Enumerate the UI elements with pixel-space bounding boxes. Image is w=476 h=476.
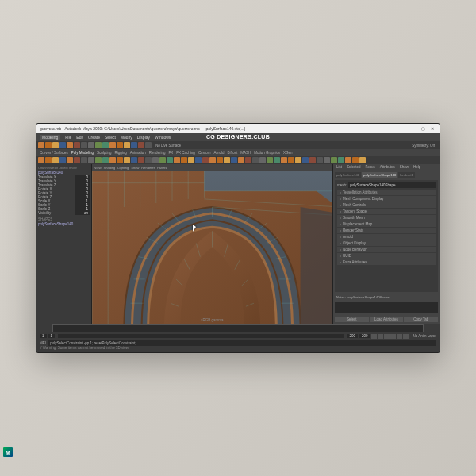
attr-notes-field[interactable] (335, 302, 438, 313)
range-end-field[interactable]: 200 (359, 334, 370, 338)
shelf-icon-20[interactable] (181, 157, 187, 163)
shelf-icon-6[interactable] (81, 157, 87, 163)
attr-select-button[interactable]: Select (335, 317, 369, 322)
shelf-icon-30[interactable] (252, 157, 259, 163)
statusline-icon-14[interactable] (138, 142, 144, 148)
statusline-icon-13[interactable] (131, 142, 137, 148)
shelf-icon-23[interactable] (202, 157, 209, 163)
start-field[interactable]: 1 (48, 334, 56, 338)
attr-section-displacement-map[interactable]: Displacement Map (337, 221, 436, 227)
maximize-button[interactable]: ▢ (419, 126, 427, 131)
shelf-icon-37[interactable] (302, 157, 309, 163)
close-button[interactable]: ✕ (428, 126, 436, 131)
shelf-icon-28[interactable] (238, 157, 244, 163)
shelf-icon-39[interactable] (317, 157, 323, 163)
shelf-icon-38[interactable] (309, 157, 316, 163)
shelf-icon-13[interactable] (131, 157, 137, 163)
shelf-icon-7[interactable] (88, 157, 94, 163)
shelf-icon-24[interactable] (209, 157, 216, 163)
end-field[interactable]: 200 (347, 334, 358, 338)
viewport-menu-view[interactable]: View (94, 166, 102, 170)
shelf-tab-mash[interactable]: MASH (240, 151, 251, 155)
statusline-icon-4[interactable] (67, 142, 73, 148)
shelf-icon-14[interactable] (138, 157, 144, 163)
channel-attr-row[interactable]: Visibilityon (38, 211, 90, 215)
attr-node-tab[interactable]: polySurfaceShape140 (362, 172, 397, 178)
no-live-surface-label[interactable]: No Live Surface (155, 144, 181, 148)
viewport-menu-shading[interactable]: Shading (104, 166, 116, 170)
shelf-icon-44[interactable] (352, 157, 359, 163)
shelf-icon-12[interactable] (124, 157, 130, 163)
symmetry-dropdown[interactable]: Symmetry: Off (412, 144, 435, 148)
attr-section-smooth-mesh[interactable]: Smooth Mesh (337, 215, 436, 221)
statusline-icon-6[interactable] (81, 142, 87, 148)
channel-attr-value[interactable]: on (75, 211, 90, 215)
shelf-tab-poly-modeling[interactable]: Poly Modeling (71, 151, 94, 155)
fast-fwd-button[interactable] (403, 334, 409, 339)
shelf-icon-3[interactable] (60, 157, 66, 163)
menu-select[interactable]: Select (105, 135, 116, 140)
shelf-icon-17[interactable] (159, 157, 166, 163)
menu-edit[interactable]: Edit (76, 135, 83, 140)
menu-create[interactable]: Create (88, 135, 100, 140)
statusline-icon-10[interactable] (109, 142, 116, 148)
shelf-icon-29[interactable] (245, 157, 251, 163)
shelf-icon-25[interactable] (217, 157, 223, 163)
viewport-menu-panels[interactable]: Panels (157, 166, 167, 170)
shelf-icon-31[interactable] (259, 157, 266, 163)
attr-section-mesh-controls[interactable]: Mesh Controls (337, 202, 436, 208)
attr-node-tab[interactable]: polySurface140 (335, 172, 361, 178)
range-slider[interactable] (58, 334, 344, 338)
attr-section-mesh-component-display[interactable]: Mesh Component Display (337, 196, 436, 202)
attr-menu-list[interactable]: List (335, 165, 344, 171)
channelbox-node[interactable]: polySurface140 (38, 171, 90, 175)
attr-section-tangent-space[interactable]: Tangent Space (337, 209, 436, 214)
viewport-canvas[interactable]: sRGB gamma (92, 171, 332, 324)
shelf-icon-35[interactable] (288, 157, 294, 163)
shelf-tab-sculpting[interactable]: Sculpting (97, 151, 112, 155)
titlebar[interactable]: guerrero.mb - Autodesk Maya 2020: C:\Use… (36, 124, 440, 133)
shelf-icon-18[interactable] (167, 157, 173, 163)
anim-layer-dropdown[interactable]: No Anim Layer (413, 334, 436, 338)
shelf-tab-motion-graphics[interactable]: Motion Graphics (254, 151, 280, 155)
viewport-menu-renderer[interactable]: Renderer (141, 166, 155, 170)
shelf-icon-21[interactable] (188, 157, 194, 163)
shelf-icon-5[interactable] (74, 157, 80, 163)
statusline-icon-1[interactable] (45, 142, 52, 148)
shelf-icon-32[interactable] (267, 157, 273, 163)
shelf-tab-xgen[interactable]: XGen (283, 151, 293, 155)
shelf-icon-33[interactable] (274, 157, 280, 163)
shelf-icon-9[interactable] (102, 157, 109, 163)
statusline-icon-2[interactable] (52, 142, 59, 148)
attr-node-tab[interactable]: lambert1 (398, 172, 414, 178)
shelf-icon-26[interactable] (224, 157, 230, 163)
attr-section-node-behavior[interactable]: Node Behavior (337, 247, 436, 252)
shelf-icon-2[interactable] (52, 157, 59, 163)
statusline-icon-15[interactable] (145, 142, 152, 148)
shelf-icon-10[interactable] (109, 157, 116, 163)
attr-menu-help[interactable]: Help (412, 165, 422, 171)
shelf-icon-42[interactable] (338, 157, 344, 163)
statusline-icon-5[interactable] (74, 142, 80, 148)
shelf-icon-4[interactable] (67, 157, 73, 163)
menu-windows[interactable]: Windows (155, 135, 171, 140)
workspace-dropdown[interactable]: Modeling (40, 135, 60, 140)
shelf-icon-15[interactable] (145, 157, 152, 163)
shelf-icon-27[interactable] (231, 157, 237, 163)
viewport-menu-show[interactable]: Show (131, 166, 139, 170)
viewport[interactable]: ViewShadingLightingShowRendererPanels (92, 164, 332, 324)
attr-section-object-display[interactable]: Object Display (337, 240, 436, 246)
shelf-tab-rendering[interactable]: Rendering (149, 151, 166, 155)
shelf-icon-11[interactable] (117, 157, 123, 163)
menu-display[interactable]: Display (137, 135, 150, 140)
shelf-tab-arnold[interactable]: Arnold (213, 151, 224, 155)
shelf-tab-fx[interactable]: FX (169, 151, 174, 155)
attr-section-render-stats[interactable]: Render Stats (337, 228, 436, 233)
attr-node-name-field[interactable]: polySurfaceShape140Shape (348, 182, 436, 188)
time-slider[interactable] (52, 324, 424, 332)
menu-modify[interactable]: Modify (121, 135, 132, 140)
play-back-button[interactable] (384, 334, 390, 339)
attr-menu-attributes[interactable]: Attributes (378, 165, 397, 171)
shelf-icon-16[interactable] (152, 157, 159, 163)
shelf-icon-40[interactable] (324, 157, 330, 163)
